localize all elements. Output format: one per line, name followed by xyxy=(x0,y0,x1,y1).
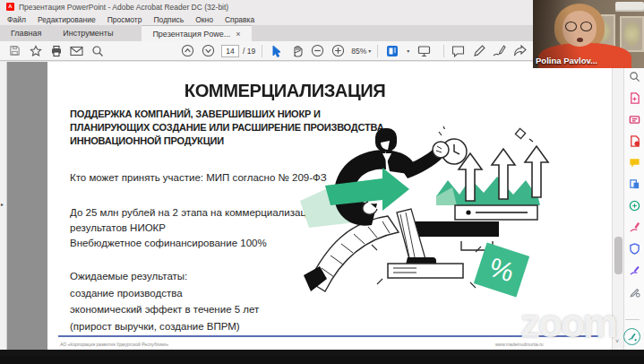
pencil-annotate-icon[interactable] xyxy=(471,43,486,58)
search-icon[interactable] xyxy=(90,43,105,58)
slide-funding-paragraph: До 25 млн рублей на 2 этапа на коммерциа… xyxy=(70,205,320,251)
menu-view[interactable]: Просмотр xyxy=(107,15,142,24)
email-icon[interactable] xyxy=(69,43,84,58)
zoom-out-icon[interactable] xyxy=(310,43,325,58)
slide-results-paragraph: Ожидаемые результаты: создание производс… xyxy=(70,268,259,334)
zoom-level-value[interactable]: 85% xyxy=(351,47,366,56)
expand-panel-icon[interactable]: ▸ xyxy=(1,201,4,207)
zoom-level-caret-icon[interactable]: ▾ xyxy=(368,48,371,54)
page-view-icon[interactable] xyxy=(384,43,399,58)
print-icon[interactable] xyxy=(48,43,64,58)
tools-sidebar xyxy=(623,62,644,350)
sidebar-divider xyxy=(625,319,640,320)
comment-tool-icon[interactable] xyxy=(628,156,641,169)
page-view-caret-icon[interactable]: ▾ xyxy=(407,48,409,54)
tab-document-label: Презентация Powe... xyxy=(152,30,230,39)
slide-title: КОММЕРЦИАЛИЗАЦИЯ xyxy=(57,80,513,101)
menu-file[interactable]: Файл xyxy=(7,15,26,24)
tab-home[interactable]: Главная xyxy=(0,25,52,41)
zoom-logo-watermark: zoom xyxy=(520,301,616,346)
slide-participants-line: Кто может принять участие: МИП согласно … xyxy=(70,172,327,183)
previous-page-icon[interactable] xyxy=(180,43,195,58)
more-tools-icon[interactable] xyxy=(628,285,641,299)
certificates-pen-icon[interactable] xyxy=(628,264,641,277)
fill-sign-pen-icon[interactable] xyxy=(492,43,507,58)
page-total-label: / 19 xyxy=(243,47,255,56)
menu-sign[interactable]: Подпись xyxy=(154,15,185,24)
scrollbar-thumb[interactable] xyxy=(614,237,623,274)
participant-video-tile[interactable]: Polina Pavlov... xyxy=(533,0,644,68)
menu-window[interactable]: Окно xyxy=(195,15,213,24)
tab-tools[interactable]: Инструменты xyxy=(52,25,124,41)
tab-document[interactable]: Презентация Powe... × xyxy=(142,25,251,41)
save-icon[interactable] xyxy=(7,43,22,58)
page-number-input[interactable]: 14 xyxy=(221,45,239,57)
toolbar-divider xyxy=(377,45,378,57)
menu-help[interactable]: Справка xyxy=(225,15,254,24)
adobe-acrobat-icon: A xyxy=(6,3,14,11)
floating-sign-button[interactable] xyxy=(623,328,640,345)
window-title: Презентация PowerPoint - Adobe Acrobat R… xyxy=(19,3,228,12)
star-favorites-icon[interactable] xyxy=(28,43,43,58)
protect-shield-icon[interactable] xyxy=(628,242,641,256)
export-pdf-icon[interactable] xyxy=(628,91,641,105)
next-page-icon[interactable] xyxy=(201,43,216,58)
participant-name-label: Polina Pavlov... xyxy=(536,56,597,65)
hand-tool-icon[interactable] xyxy=(289,43,305,58)
slide-footer-company: АО «Корпорация развития Удмуртской Респу… xyxy=(60,342,168,347)
left-panel-collapsed[interactable]: ▸ xyxy=(0,62,7,350)
slide-growth-illustration: % xyxy=(300,116,573,308)
zoom-meeting-stage: A Презентация PowerPoint - Adobe Acrobat… xyxy=(0,0,644,364)
toolbar-divider xyxy=(262,45,262,57)
tab-close-icon[interactable]: × xyxy=(236,30,240,39)
letterbox-bar xyxy=(0,356,644,364)
fill-sign-tool-icon[interactable] xyxy=(628,221,641,234)
zoom-in-icon[interactable] xyxy=(331,43,346,58)
toolbar-divider xyxy=(443,45,444,57)
edit-pdf-icon[interactable] xyxy=(628,113,641,126)
comment-bubble-icon[interactable] xyxy=(451,43,466,58)
menu-edit[interactable]: Редактирование xyxy=(38,15,96,24)
create-pdf-icon[interactable] xyxy=(628,134,641,148)
share-arrow-icon[interactable] xyxy=(512,43,528,58)
organize-pages-icon[interactable] xyxy=(628,199,641,212)
sidebar-search-icon[interactable] xyxy=(628,70,641,83)
combine-files-icon[interactable] xyxy=(628,178,641,191)
select-cursor-icon[interactable] xyxy=(269,43,284,58)
presentation-mode-icon[interactable] xyxy=(416,43,432,58)
